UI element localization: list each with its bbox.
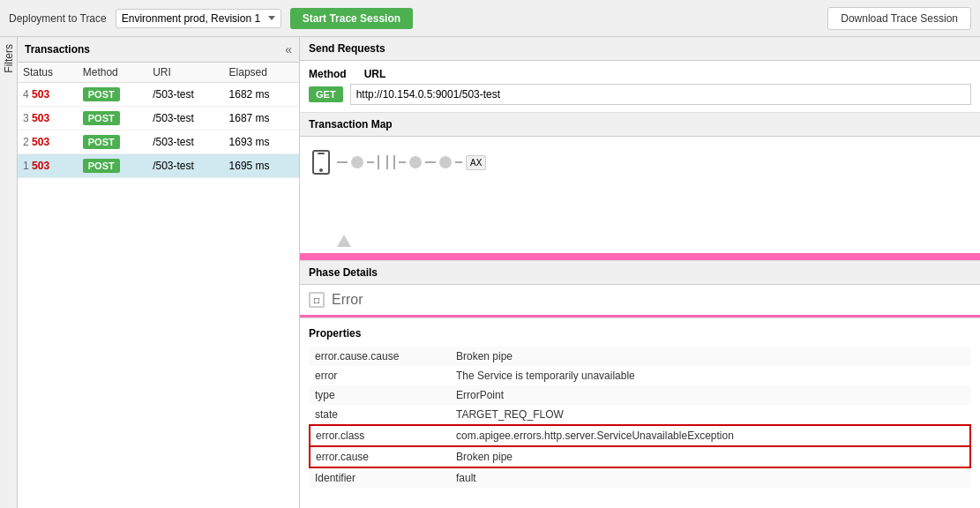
url-row: GET (309, 84, 971, 105)
send-requests-body: Method URL GET (300, 61, 980, 113)
property-row: state TARGET_REQ_FLOW (310, 405, 970, 425)
property-row: Identifier fault (310, 467, 970, 488)
col-method: Method (78, 63, 147, 83)
method-cell: POST (78, 83, 147, 107)
elapsed-cell: 1693 ms (224, 131, 299, 154)
table-row[interactable]: 1 503 POST /503-test 1695 ms (18, 154, 299, 178)
phase-icon: □ (309, 292, 325, 308)
method-url-labels: Method URL (309, 68, 971, 80)
elapsed-cell: 1682 ms (224, 83, 299, 107)
method-badge: POST (83, 111, 120, 125)
transactions-title: Transactions (25, 43, 90, 56)
flow-pipe-2 (386, 155, 388, 169)
transactions-header: Transactions « (18, 37, 299, 63)
method-badge: POST (83, 135, 120, 149)
table-row[interactable]: 4 503 POST /503-test 1682 ms (18, 83, 299, 107)
prop-value: TARGET_REQ_FLOW (451, 405, 970, 425)
row-number: 4 503 (18, 83, 78, 107)
flow-line-2 (367, 161, 374, 163)
status-cell: 503 (32, 112, 49, 124)
prop-key: error.cause (310, 446, 451, 467)
property-row: error.cause.cause Broken pipe (310, 347, 970, 366)
url-input[interactable] (350, 84, 971, 105)
flow-ax-box: AX (466, 155, 486, 170)
main-content: Filters Transactions « Status Method URI… (0, 37, 980, 508)
method-badge: POST (83, 87, 120, 101)
method-badge: POST (83, 159, 120, 173)
table-row[interactable]: 3 503 POST /503-test 1687 ms (18, 107, 299, 131)
prop-value: The Service is temporarily unavailable (451, 366, 970, 385)
flow-node-2 (409, 156, 422, 168)
status-cell: 503 (32, 88, 49, 101)
filters-label: Filters (3, 44, 15, 73)
method-cell: POST (78, 131, 147, 154)
method-cell: POST (78, 107, 147, 131)
url-label: URL (364, 68, 386, 80)
transaction-map-body: AX (300, 137, 980, 260)
flow-diagram: AX (309, 150, 971, 175)
col-status: Status (18, 63, 78, 83)
flow-line-1 (337, 161, 348, 163)
col-uri: URI (147, 63, 223, 83)
property-row: error The Service is temporarily unavail… (310, 366, 970, 385)
flow-pipe-3 (393, 155, 395, 169)
transactions-panel: Transactions « Status Method URI Elapsed… (18, 37, 300, 508)
deployment-select[interactable]: Environment prod, Revision 1 (116, 9, 281, 28)
prop-key: Identifier (310, 467, 451, 488)
flow-node-1 (351, 156, 363, 168)
prop-key: type (310, 385, 451, 405)
uri-cell: /503-test (147, 154, 223, 178)
flow-node-3 (439, 156, 452, 168)
table-header-row: Status Method URI Elapsed (18, 63, 299, 83)
filters-sidebar: Filters (0, 37, 18, 508)
flow-line-5 (455, 161, 462, 163)
svg-rect-1 (318, 153, 325, 154)
flow-arrow (337, 235, 351, 247)
col-elapsed: Elapsed (224, 63, 299, 83)
prop-value: fault (451, 467, 970, 488)
property-row: error.class com.apigee.errors.http.serve… (310, 425, 970, 446)
prop-value: Broken pipe (451, 347, 970, 366)
method-cell: POST (78, 154, 147, 178)
properties-title: Properties (309, 327, 971, 340)
phone-icon (309, 150, 333, 175)
table-row[interactable]: 2 503 POST /503-test 1693 ms (18, 131, 299, 154)
phase-details-header: Phase Details (300, 261, 980, 285)
prop-value: ErrorPoint (451, 385, 970, 405)
row-number: 1 503 (18, 154, 78, 178)
prop-key: error.class (310, 425, 451, 446)
phase-details-section: Phase Details □ Error (300, 261, 980, 318)
download-trace-button[interactable]: Download Trace Session (827, 7, 971, 30)
start-trace-button[interactable]: Start Trace Session (290, 8, 413, 29)
flow-line-3 (399, 161, 406, 163)
transactions-table: Status Method URI Elapsed 4 503 POST /50… (18, 63, 299, 178)
elapsed-cell: 1695 ms (224, 154, 299, 178)
uri-cell: /503-test (147, 131, 223, 154)
uri-cell: /503-test (147, 107, 223, 131)
svg-point-2 (319, 168, 323, 172)
flow-line-4 (425, 161, 436, 163)
elapsed-cell: 1687 ms (224, 107, 299, 131)
property-row: type ErrorPoint (310, 385, 970, 405)
prop-key: state (310, 405, 451, 425)
flow-pipe-1 (378, 155, 379, 169)
prop-key: error.cause.cause (310, 347, 451, 366)
header-bar: Deployment to Trace Environment prod, Re… (0, 0, 980, 37)
transaction-map-header: Transaction Map (300, 113, 980, 137)
prop-value: com.apigee.errors.http.server.ServiceUna… (451, 425, 970, 446)
properties-section: Properties error.cause.cause Broken pipe… (300, 318, 980, 497)
prop-value: Broken pipe (451, 446, 970, 467)
uri-cell: /503-test (147, 83, 223, 107)
method-label: Method (309, 68, 347, 80)
prop-key: error (310, 366, 451, 385)
collapse-button[interactable]: « (285, 42, 292, 56)
pink-timeline-bar (300, 253, 980, 260)
status-cell: 503 (32, 160, 49, 172)
send-requests-header: Send Requests (300, 37, 980, 61)
get-method-badge: GET (309, 86, 343, 102)
row-number: 2 503 (18, 131, 78, 154)
phase-pink-divider (300, 315, 980, 318)
properties-table: error.cause.cause Broken pipe error The … (309, 347, 971, 488)
row-number: 3 503 (18, 107, 78, 131)
status-cell: 503 (32, 136, 49, 148)
